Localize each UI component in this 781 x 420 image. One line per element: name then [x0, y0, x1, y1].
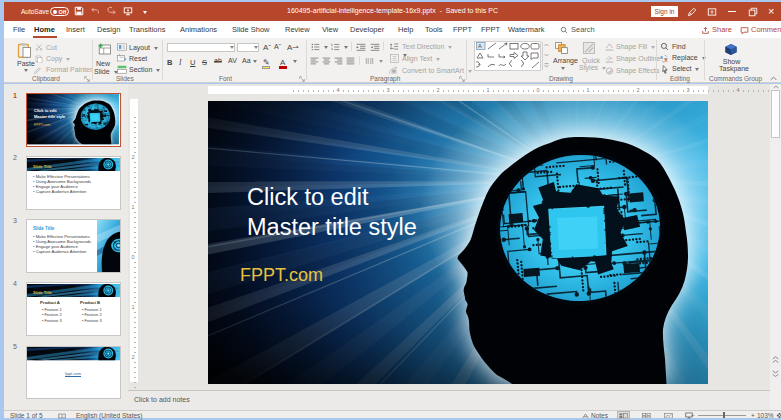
- svg-text:a: a: [660, 54, 663, 60]
- svg-text:A: A: [478, 43, 482, 49]
- svg-text:b: b: [665, 57, 668, 63]
